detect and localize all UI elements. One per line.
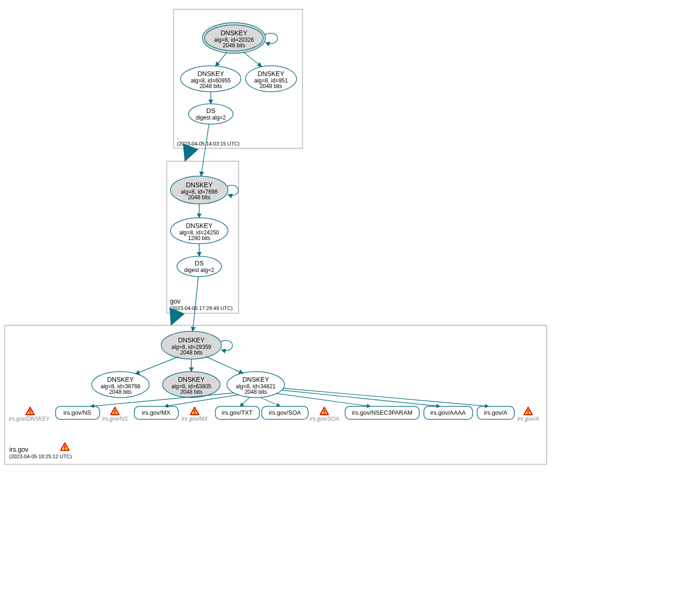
svg-text:DNSKEY: DNSKEY <box>186 222 213 229</box>
zone-gov: gov (2023-04-05 17:28:49 UTC) DNSKEY alg… <box>167 124 239 313</box>
irs-ksk-dnskey[interactable]: DNSKEY alg=8, id=29359 2048 bits <box>161 331 221 359</box>
svg-text:2048 bits: 2048 bits <box>223 42 246 49</box>
svg-text:DNSKEY: DNSKEY <box>221 29 247 37</box>
warn-ns[interactable] <box>111 407 119 415</box>
svg-text:2048 bits: 2048 bits <box>180 349 203 356</box>
record-txt[interactable]: irs.gov/TXT <box>215 406 259 419</box>
record-a[interactable]: irs.gov/A <box>477 406 514 419</box>
record-aaaa[interactable]: irs.gov/AAAA <box>424 406 473 419</box>
svg-text:DNSKEY: DNSKEY <box>197 70 224 77</box>
record-nsec3param[interactable]: irs.gov/NSEC3PARAM <box>345 406 419 419</box>
svg-text:digest alg=2: digest alg=2 <box>195 114 226 121</box>
svg-text:irs.gov/TXT: irs.gov/TXT <box>222 409 253 416</box>
svg-text:2048 bits: 2048 bits <box>260 83 283 89</box>
svg-text:2048 bits: 2048 bits <box>200 83 222 89</box>
irs-zsk1-dnskey[interactable]: DNSKEY alg=8, id=38766 2048 bits <box>92 372 149 398</box>
warn-a[interactable] <box>524 407 532 415</box>
gov-zsk-dnskey[interactable]: DNSKEY alg=8, id=24250 1280 bits <box>170 218 228 244</box>
warn-dnskey-label: irs.gov/DNSKEY <box>9 416 50 422</box>
record-mx[interactable]: irs.gov/MX <box>134 406 178 419</box>
edge-sign-aaaa <box>282 390 440 406</box>
edge-sign-txt <box>240 397 250 406</box>
zone-root-name: . <box>177 133 179 140</box>
zone-root: . (2023-04-05 14:03:15 UTC) DNSKEY alg=8… <box>174 9 303 148</box>
svg-text:DS: DS <box>206 107 215 114</box>
zone-gov-name: gov <box>170 297 181 305</box>
edge-root-ds-to-gov-ksk <box>201 124 209 176</box>
edge-root-ksk-to-zsk <box>215 52 227 66</box>
irs-zsk2-dnskey[interactable]: DNSKEY alg=8, id=63805 2048 bits <box>163 372 220 398</box>
edge-gov-ds-to-irs-ksk <box>193 277 198 331</box>
warn-soa[interactable] <box>320 407 328 415</box>
edge-sign-soa <box>259 397 280 406</box>
zone-irs-timestamp: (2023-04-05 18:25:12 UTC) <box>9 454 72 459</box>
gov-ksk-dnskey[interactable]: DNSKEY alg=8, id=7698 2048 bits <box>170 176 228 204</box>
warn-soa-label: irs.gov/SOA <box>309 416 339 422</box>
svg-text:DNSKEY: DNSKEY <box>178 336 205 344</box>
root-ksk-dnskey[interactable]: DNSKEY alg=8, id=20326 2048 bits <box>202 23 265 53</box>
edge-gov-to-irs-zone <box>171 313 176 324</box>
warn-ns-label: irs.gov/NS <box>102 416 127 422</box>
svg-text:2048 bits: 2048 bits <box>245 389 267 395</box>
svg-text:irs.gov/NS: irs.gov/NS <box>63 409 91 416</box>
svg-text:DNSKEY: DNSKEY <box>178 376 205 383</box>
root-ds[interactable]: DS digest alg=2 <box>189 104 233 124</box>
edge-root-ksk-to-standby <box>243 52 262 67</box>
warn-a-label: irs.gov/A <box>517 416 539 422</box>
record-soa[interactable]: irs.gov/SOA <box>262 406 308 419</box>
edge-gov-ksk-self <box>227 185 238 196</box>
edge-sign-a <box>284 388 489 406</box>
edge-root-to-gov-zone <box>185 148 190 160</box>
svg-text:irs.gov/MX: irs.gov/MX <box>142 409 170 416</box>
svg-text:irs.gov/AAAA: irs.gov/AAAA <box>430 409 466 416</box>
svg-text:2048 bits: 2048 bits <box>109 389 132 395</box>
svg-text:irs.gov/A: irs.gov/A <box>484 409 508 416</box>
gov-ds[interactable]: DS digest alg=2 <box>177 256 221 277</box>
svg-text:DNSKEY: DNSKEY <box>258 70 284 77</box>
root-zsk-dnskey[interactable]: DNSKEY alg=8, id=60955 2048 bits <box>181 66 241 92</box>
warn-mx[interactable] <box>190 407 199 415</box>
edge-irs-ksk-to-zsk3 <box>206 357 243 373</box>
svg-text:DS: DS <box>195 259 203 267</box>
svg-text:2048 bits: 2048 bits <box>180 389 203 395</box>
svg-text:DNSKEY: DNSKEY <box>186 181 213 189</box>
edge-irs-ksk-self <box>221 341 233 351</box>
zone-irs: irs.gov (2023-04-05 18:25:12 UTC) DNSKEY… <box>5 277 547 464</box>
svg-text:irs.gov/SOA: irs.gov/SOA <box>269 409 301 416</box>
record-ns[interactable]: irs.gov/NS <box>56 406 100 419</box>
svg-text:digest alg=2: digest alg=2 <box>184 267 214 273</box>
zone-root-timestamp: (2023-04-05 14:03:15 UTC) <box>177 141 240 146</box>
edge-root-ksk-self <box>265 33 277 44</box>
svg-text:2048 bits: 2048 bits <box>188 194 211 201</box>
warn-dnskey[interactable] <box>26 407 34 415</box>
root-standby-dnskey[interactable]: DNSKEY alg=8, id=951 2048 bits <box>246 66 296 92</box>
zone-irs-warning-icon[interactable] <box>61 443 69 450</box>
zone-gov-timestamp: (2023-04-05 17:28:49 UTC) <box>170 305 233 311</box>
svg-text:DNSKEY: DNSKEY <box>107 376 134 383</box>
edge-irs-ksk-to-zsk1 <box>135 357 178 374</box>
svg-text:irs.gov/NSEC3PARAM: irs.gov/NSEC3PARAM <box>352 409 413 416</box>
svg-text:DNSKEY: DNSKEY <box>242 376 269 383</box>
warn-mx-label: irs.gov/MX <box>182 416 208 422</box>
dnssec-diagram: . (2023-04-05 14:03:15 UTC) DNSKEY alg=8… <box>0 0 700 594</box>
svg-text:1280 bits: 1280 bits <box>188 235 211 241</box>
edge-sign-nsec3param <box>276 393 371 406</box>
zone-irs-name: irs.gov <box>9 446 28 453</box>
svg-rect-31 <box>5 325 547 464</box>
